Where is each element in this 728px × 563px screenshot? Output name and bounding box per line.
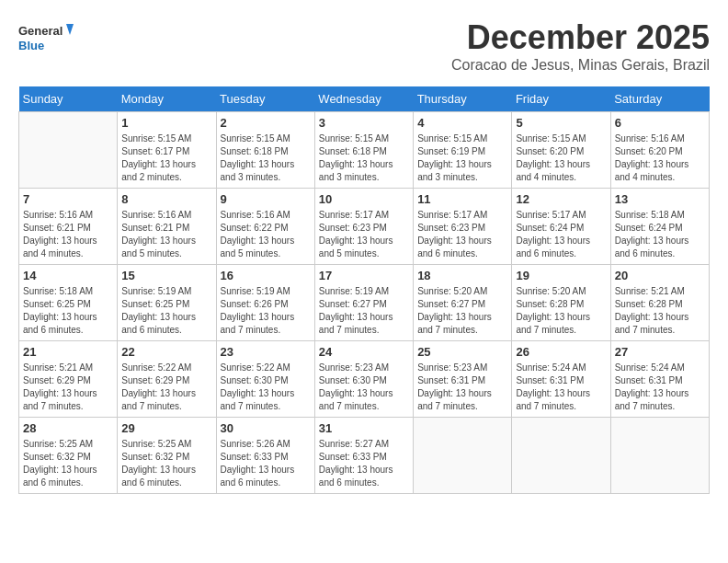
day-info: Sunrise: 5:27 AM Sunset: 6:33 PM Dayligh… — [319, 438, 409, 489]
title-section: December 2025 Coracao de Jesus, Minas Ge… — [451, 18, 710, 74]
day-info: Sunrise: 5:15 AM Sunset: 6:18 PM Dayligh… — [221, 132, 311, 184]
calendar-day-cell: 21Sunrise: 5:21 AM Sunset: 6:29 PM Dayli… — [19, 341, 118, 418]
calendar-day-cell: 26Sunrise: 5:24 AM Sunset: 6:31 PM Dayli… — [512, 341, 610, 418]
day-number: 26 — [516, 345, 606, 359]
day-info: Sunrise: 5:17 AM Sunset: 6:23 PM Dayligh… — [417, 209, 507, 260]
day-info: Sunrise: 5:17 AM Sunset: 6:23 PM Dayligh… — [319, 209, 409, 260]
calendar-day-cell: 28Sunrise: 5:25 AM Sunset: 6:32 PM Dayli… — [19, 418, 118, 494]
calendar-day-cell: 22Sunrise: 5:22 AM Sunset: 6:29 PM Dayli… — [118, 341, 216, 418]
calendar-day-cell: 18Sunrise: 5:20 AM Sunset: 6:27 PM Dayli… — [414, 265, 512, 341]
day-number: 21 — [23, 345, 113, 359]
calendar-day-cell: 1Sunrise: 5:15 AM Sunset: 6:17 PM Daylig… — [118, 112, 216, 189]
day-number: 22 — [121, 345, 211, 359]
day-info: Sunrise: 5:15 AM Sunset: 6:17 PM Dayligh… — [121, 132, 211, 184]
calendar-day-cell: 8Sunrise: 5:16 AM Sunset: 6:21 PM Daylig… — [118, 189, 216, 265]
calendar-day-cell: 27Sunrise: 5:24 AM Sunset: 6:31 PM Dayli… — [610, 341, 709, 418]
day-info: Sunrise: 5:16 AM Sunset: 6:20 PM Dayligh… — [615, 132, 705, 184]
day-number: 9 — [221, 192, 311, 206]
day-number: 5 — [516, 116, 606, 130]
calendar-day-cell: 31Sunrise: 5:27 AM Sunset: 6:33 PM Dayli… — [314, 418, 413, 494]
day-number: 6 — [615, 116, 705, 130]
day-number: 10 — [319, 192, 409, 206]
day-info: Sunrise: 5:18 AM Sunset: 6:24 PM Dayligh… — [615, 209, 705, 260]
calendar-day-cell: 14Sunrise: 5:18 AM Sunset: 6:25 PM Dayli… — [19, 265, 118, 341]
calendar-day-header: Friday — [512, 86, 610, 112]
calendar-day-header: Sunday — [19, 86, 118, 112]
calendar-day-cell: 13Sunrise: 5:18 AM Sunset: 6:24 PM Dayli… — [610, 189, 709, 265]
day-number: 16 — [221, 269, 311, 282]
day-number: 29 — [121, 421, 211, 435]
day-number: 30 — [221, 421, 311, 435]
day-info: Sunrise: 5:25 AM Sunset: 6:32 PM Dayligh… — [23, 438, 113, 489]
svg-marker-2 — [66, 24, 74, 35]
calendar-day-cell: 17Sunrise: 5:19 AM Sunset: 6:27 PM Dayli… — [314, 265, 413, 341]
calendar-day-cell — [19, 112, 118, 189]
day-number: 13 — [615, 192, 705, 206]
calendar-day-cell: 25Sunrise: 5:23 AM Sunset: 6:31 PM Dayli… — [414, 341, 512, 418]
day-info: Sunrise: 5:16 AM Sunset: 6:22 PM Dayligh… — [221, 209, 311, 260]
calendar-day-header: Saturday — [610, 86, 709, 112]
calendar-day-cell: 24Sunrise: 5:23 AM Sunset: 6:30 PM Dayli… — [314, 341, 413, 418]
day-number: 19 — [516, 269, 606, 282]
day-info: Sunrise: 5:23 AM Sunset: 6:31 PM Dayligh… — [417, 362, 507, 413]
day-number: 1 — [121, 116, 211, 130]
day-info: Sunrise: 5:22 AM Sunset: 6:30 PM Dayligh… — [221, 362, 311, 413]
day-number: 27 — [615, 345, 705, 359]
day-info: Sunrise: 5:18 AM Sunset: 6:25 PM Dayligh… — [23, 285, 113, 337]
calendar-week-row: 21Sunrise: 5:21 AM Sunset: 6:29 PM Dayli… — [19, 341, 710, 418]
calendar-week-row: 1Sunrise: 5:15 AM Sunset: 6:17 PM Daylig… — [19, 112, 710, 189]
calendar-day-header: Tuesday — [216, 86, 314, 112]
day-number: 23 — [221, 345, 311, 359]
day-number: 25 — [417, 345, 507, 359]
day-info: Sunrise: 5:25 AM Sunset: 6:32 PM Dayligh… — [121, 438, 211, 489]
calendar-week-row: 14Sunrise: 5:18 AM Sunset: 6:25 PM Dayli… — [19, 265, 710, 341]
calendar-subtitle: Coracao de Jesus, Minas Gerais, Brazil — [451, 57, 710, 74]
day-info: Sunrise: 5:21 AM Sunset: 6:28 PM Dayligh… — [615, 285, 705, 337]
calendar-day-cell — [414, 418, 512, 494]
calendar-day-cell: 19Sunrise: 5:20 AM Sunset: 6:28 PM Dayli… — [512, 265, 610, 341]
calendar-week-row: 7Sunrise: 5:16 AM Sunset: 6:21 PM Daylig… — [19, 189, 710, 265]
day-number: 3 — [319, 116, 409, 130]
calendar-day-cell — [512, 418, 610, 494]
day-number: 28 — [23, 421, 113, 435]
day-info: Sunrise: 5:17 AM Sunset: 6:24 PM Dayligh… — [516, 209, 606, 260]
day-number: 17 — [319, 269, 409, 282]
day-info: Sunrise: 5:24 AM Sunset: 6:31 PM Dayligh… — [615, 362, 705, 413]
day-info: Sunrise: 5:22 AM Sunset: 6:29 PM Dayligh… — [121, 362, 211, 413]
day-info: Sunrise: 5:16 AM Sunset: 6:21 PM Dayligh… — [23, 209, 113, 260]
day-info: Sunrise: 5:24 AM Sunset: 6:31 PM Dayligh… — [516, 362, 606, 413]
day-info: Sunrise: 5:21 AM Sunset: 6:29 PM Dayligh… — [23, 362, 113, 413]
svg-text:General: General — [18, 24, 63, 38]
day-number: 20 — [615, 269, 705, 282]
day-number: 11 — [417, 192, 507, 206]
day-info: Sunrise: 5:19 AM Sunset: 6:26 PM Dayligh… — [221, 285, 311, 337]
calendar-day-cell: 4Sunrise: 5:15 AM Sunset: 6:19 PM Daylig… — [414, 112, 512, 189]
day-number: 7 — [23, 192, 113, 206]
day-number: 24 — [319, 345, 409, 359]
calendar-day-cell: 11Sunrise: 5:17 AM Sunset: 6:23 PM Dayli… — [414, 189, 512, 265]
calendar-day-header: Wednesday — [314, 86, 413, 112]
calendar-header-row: SundayMondayTuesdayWednesdayThursdayFrid… — [19, 86, 710, 112]
calendar-day-cell: 3Sunrise: 5:15 AM Sunset: 6:18 PM Daylig… — [314, 112, 413, 189]
logo-svg: General Blue — [18, 18, 74, 60]
day-number: 15 — [121, 269, 211, 282]
day-number: 4 — [417, 116, 507, 130]
day-info: Sunrise: 5:26 AM Sunset: 6:33 PM Dayligh… — [221, 438, 311, 489]
calendar-day-cell: 10Sunrise: 5:17 AM Sunset: 6:23 PM Dayli… — [314, 189, 413, 265]
calendar-day-cell: 6Sunrise: 5:16 AM Sunset: 6:20 PM Daylig… — [610, 112, 709, 189]
logo: General Blue — [18, 18, 74, 60]
day-number: 12 — [516, 192, 606, 206]
day-info: Sunrise: 5:19 AM Sunset: 6:25 PM Dayligh… — [121, 285, 211, 337]
day-info: Sunrise: 5:16 AM Sunset: 6:21 PM Dayligh… — [121, 209, 211, 260]
svg-text:Blue: Blue — [18, 39, 44, 52]
calendar-day-cell: 29Sunrise: 5:25 AM Sunset: 6:32 PM Dayli… — [118, 418, 216, 494]
calendar-day-cell — [610, 418, 709, 494]
calendar-day-cell: 2Sunrise: 5:15 AM Sunset: 6:18 PM Daylig… — [216, 112, 314, 189]
calendar-week-row: 28Sunrise: 5:25 AM Sunset: 6:32 PM Dayli… — [19, 418, 710, 494]
day-info: Sunrise: 5:23 AM Sunset: 6:30 PM Dayligh… — [319, 362, 409, 413]
calendar-day-header: Thursday — [414, 86, 512, 112]
day-number: 14 — [23, 269, 113, 282]
day-info: Sunrise: 5:15 AM Sunset: 6:20 PM Dayligh… — [516, 132, 606, 184]
day-info: Sunrise: 5:15 AM Sunset: 6:18 PM Dayligh… — [319, 132, 409, 184]
calendar-day-cell: 15Sunrise: 5:19 AM Sunset: 6:25 PM Dayli… — [118, 265, 216, 341]
